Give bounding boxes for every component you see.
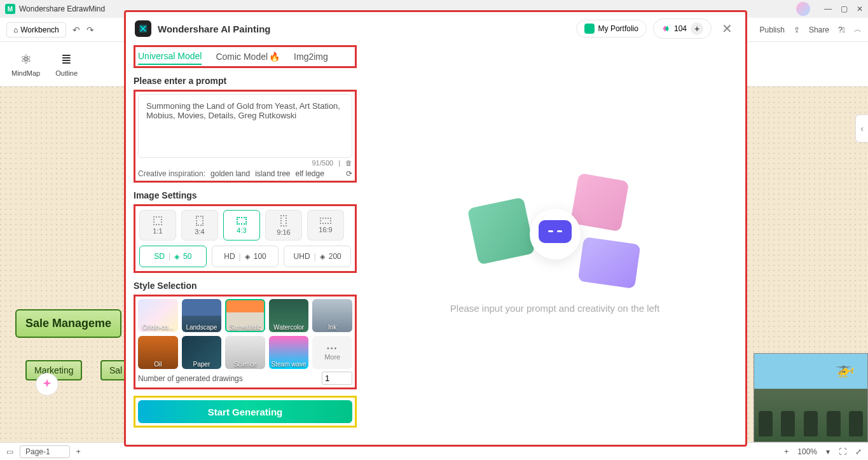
- robot-icon: [530, 209, 581, 260]
- ratio-16-9[interactable]: 16:9: [307, 210, 344, 240]
- prompt-textarea[interactable]: [138, 94, 352, 158]
- generate-wrap: Start Generating: [134, 396, 357, 428]
- char-counter: 91/500: [312, 159, 333, 167]
- mindmap-icon: ⚛: [20, 52, 32, 67]
- style-oil[interactable]: Oil: [138, 336, 178, 369]
- model-tabs: Universal Model Comic Model🔥 Img2img: [134, 45, 357, 68]
- credits-pill[interactable]: 104 +: [653, 18, 712, 39]
- preview-panel: Please input your prompt and creativity …: [364, 45, 745, 445]
- share-label[interactable]: Share: [809, 25, 829, 34]
- zoom-out-icon[interactable]: +: [784, 447, 789, 456]
- style-landscape[interactable]: Landscape: [182, 299, 222, 332]
- publish-label[interactable]: Publish: [760, 25, 785, 34]
- fire-icon: 🔥: [269, 52, 280, 62]
- quality-sd[interactable]: SD|◈50: [139, 246, 207, 267]
- zoom-dropdown-icon[interactable]: ▾: [826, 447, 830, 456]
- num-drawings-input[interactable]: [322, 372, 352, 385]
- my-portfolio-button[interactable]: My Portfolio: [576, 20, 647, 38]
- outline-icon: ≣: [61, 52, 72, 67]
- zoom-level[interactable]: 100%: [797, 447, 817, 456]
- tab-img2img[interactable]: Img2img: [294, 52, 328, 64]
- mindmap-ai-badge[interactable]: [36, 373, 59, 396]
- chevron-up-icon[interactable]: ︿: [854, 24, 862, 35]
- ratio-1-1[interactable]: 1:1: [139, 210, 176, 240]
- diamond-icon: ◈: [245, 253, 250, 261]
- toolbar-right: Publish ⇪ Share ?⃝ ︿: [760, 24, 862, 35]
- prompt-section-title: Please enter a prompt: [134, 76, 357, 86]
- style-paper[interactable]: Paper: [182, 336, 222, 369]
- placeholder-text: Please input your prompt and creativity …: [450, 303, 659, 314]
- credits-count: 104: [674, 24, 687, 33]
- placeholder-illustration: [472, 177, 638, 291]
- ai-painting-modal: Wondershare AI Painting My Portfolio 104…: [124, 10, 747, 447]
- portfolio-label: My Portfolio: [598, 24, 638, 33]
- config-panel: Universal Model Comic Model🔥 Img2img Ple…: [126, 45, 364, 445]
- style-surrealistic[interactable]: Surrealistic: [225, 299, 265, 332]
- inspiration-tag[interactable]: golden land: [210, 169, 250, 178]
- credits-icon: [661, 24, 670, 33]
- modal-title: Wondershare AI Painting: [158, 24, 271, 34]
- tab-universal[interactable]: Universal Model: [138, 51, 202, 65]
- fullscreen-icon[interactable]: ⤢: [855, 447, 862, 456]
- page-selector[interactable]: Page-1: [20, 445, 70, 458]
- window-close-icon[interactable]: ✕: [857, 4, 863, 13]
- modal-close-icon[interactable]: ✕: [718, 21, 736, 36]
- inspiration-label: Creative inspiration:: [138, 169, 205, 178]
- style-ink[interactable]: Ink: [312, 299, 352, 332]
- undo-icon[interactable]: ↶: [72, 25, 80, 35]
- quality-hd[interactable]: HD|◈100: [212, 246, 279, 267]
- clear-prompt-icon[interactable]: 🗑: [345, 159, 352, 167]
- aspect-ratio-row: 1:1 3:4 4:3 9:16 16:9: [139, 210, 351, 240]
- user-avatar[interactable]: [796, 2, 810, 16]
- maximize-icon[interactable]: ▢: [841, 4, 848, 13]
- help-icon[interactable]: ?⃝: [838, 25, 845, 34]
- diamond-icon: ◈: [174, 253, 179, 261]
- style-section-title: Style Selection: [134, 281, 357, 291]
- start-generating-button[interactable]: Start Generating: [138, 400, 352, 423]
- share-icon: ⇪: [794, 25, 800, 34]
- ratio-4-3[interactable]: 4:3: [223, 210, 260, 240]
- modal-logo-icon: [135, 20, 151, 37]
- ratio-3-4[interactable]: 3:4: [181, 210, 218, 240]
- fit-icon[interactable]: ⛶: [839, 447, 846, 456]
- add-credits-icon[interactable]: +: [691, 22, 703, 35]
- sparkle-icon: [41, 378, 53, 391]
- image-settings-box: 1:1 3:4 4:3 9:16 16:9 SD|◈50 HD|◈100 UHD…: [134, 204, 357, 273]
- background-image: 🚁: [754, 353, 868, 442]
- app-title: Wondershare EdrawMind: [19, 4, 105, 13]
- style-watercolor[interactable]: Watercolor: [269, 299, 309, 332]
- portfolio-icon: [584, 24, 595, 34]
- style-steam-wave[interactable]: Steam wave: [269, 336, 309, 369]
- mindmap-label: MindMap: [11, 69, 40, 77]
- pages-icon[interactable]: ▭: [6, 447, 13, 456]
- home-icon: ⌂: [13, 25, 18, 34]
- panel-collapse-handle[interactable]: ‹: [855, 115, 868, 143]
- workbench-label: Workbench: [20, 25, 59, 34]
- style-origin[interactable]: Origin-co...: [138, 299, 178, 332]
- outline-button[interactable]: ≣ Outline: [50, 49, 83, 80]
- minimize-icon[interactable]: —: [824, 4, 832, 13]
- divider: |: [338, 159, 340, 167]
- refresh-inspiration-icon[interactable]: ⟳: [346, 169, 352, 178]
- workbench-button[interactable]: ⌂ Workbench: [6, 22, 66, 38]
- quality-uhd[interactable]: UHD|◈200: [284, 246, 351, 267]
- mindmap-root-node[interactable]: Sale Manageme: [15, 309, 121, 338]
- helicopter-icon: 🚁: [836, 360, 855, 378]
- tab-comic[interactable]: Comic Model🔥: [216, 52, 280, 64]
- num-drawings-label: Number of generated drawings: [138, 374, 243, 383]
- style-more[interactable]: •••More: [312, 336, 352, 369]
- style-box: Origin-co... Landscape Surrealistic Wate…: [134, 295, 357, 389]
- mindmap-button[interactable]: ⚛ MindMap: [6, 49, 45, 80]
- inspiration-tag[interactable]: island tree: [255, 169, 290, 178]
- num-drawings-row: Number of generated drawings: [138, 372, 352, 385]
- ratio-9-16[interactable]: 9:16: [265, 210, 302, 240]
- outline-label: Outline: [55, 69, 78, 77]
- settings-section-title: Image Settings: [134, 190, 357, 200]
- inspiration-row: Creative inspiration: golden land island…: [138, 169, 352, 178]
- inspiration-tag[interactable]: elf ledge: [296, 169, 324, 178]
- more-dots-icon: •••: [327, 344, 338, 352]
- redo-icon[interactable]: ↷: [86, 25, 94, 35]
- style-science[interactable]: Science: [225, 336, 265, 369]
- app-logo-icon: M: [5, 4, 15, 14]
- add-page-icon[interactable]: +: [76, 447, 81, 456]
